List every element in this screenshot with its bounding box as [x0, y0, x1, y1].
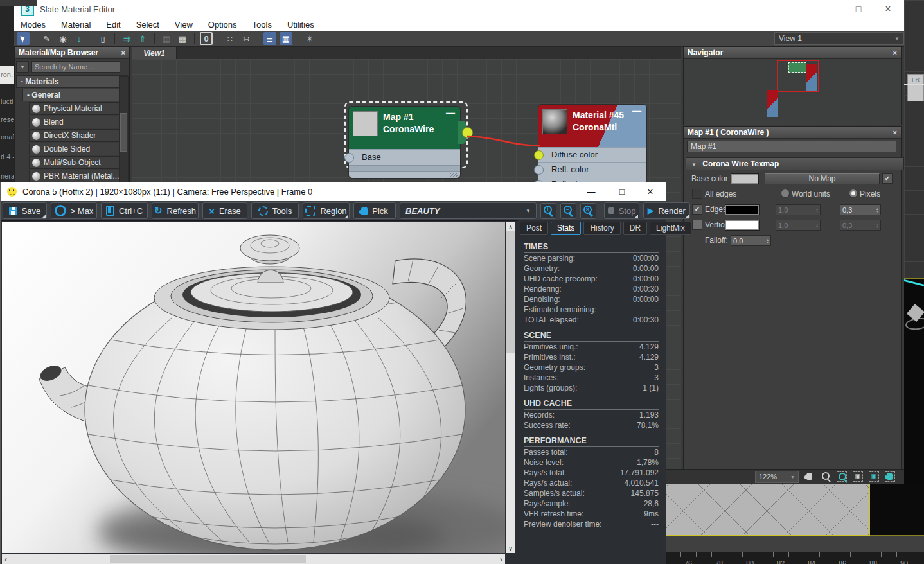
outgoing-connections-button[interactable]: ∺ [240, 32, 253, 45]
minimize-button[interactable]: — [813, 0, 842, 18]
material-slot-refl-color[interactable]: Refl. color [538, 162, 646, 177]
view-selector-dropdown[interactable]: View 1 ▼ [774, 32, 904, 45]
list-item[interactable]: DirectX Shader [29, 129, 128, 142]
navigator-minimap[interactable] [684, 59, 901, 123]
menu-view[interactable]: View [175, 20, 193, 30]
list-item[interactable]: PBR Material (Metal... [29, 170, 128, 182]
edges-checkbox[interactable]: ✔ [692, 204, 702, 215]
pixels-radio[interactable] [849, 189, 858, 198]
browser-header[interactable]: Material/Map Browser × [15, 47, 129, 59]
scrollbar-thumb[interactable] [506, 231, 515, 353]
copy-button[interactable]: Ctrl+C [101, 202, 148, 219]
scroll-down-arrow[interactable]: ∨ [508, 545, 513, 552]
list-item[interactable]: Multi/Sub-Object [29, 156, 128, 169]
vertices-color-swatch[interactable] [725, 220, 760, 231]
menu-material[interactable]: Material [61, 20, 91, 30]
tools-button[interactable]: Tools [251, 202, 299, 219]
move-children-button[interactable]: ⇉ [120, 32, 133, 45]
material-slot-diffuse[interactable]: Diffuse color [538, 147, 646, 162]
group-general[interactable]: - General [22, 89, 128, 101]
zoom-tool-button[interactable] [821, 471, 831, 482]
assign-material-button[interactable]: ◉ [57, 32, 69, 45]
show-shaded-material-button[interactable]: ▦ [160, 32, 173, 45]
scroll-left-arrow[interactable]: ‹ [4, 555, 7, 564]
save-button[interactable]: Save [3, 202, 47, 219]
stop-button[interactable]: Stop [604, 202, 639, 219]
render-image[interactable] [2, 222, 505, 553]
world-units-radio[interactable] [781, 189, 790, 198]
tab-dr[interactable]: DR [623, 222, 647, 235]
horizontal-scrollbar[interactable]: ‹ › [2, 554, 505, 564]
search-input[interactable] [31, 61, 120, 73]
render-button[interactable]: ▶Render [643, 202, 690, 219]
zoom-in-button[interactable]: + [540, 203, 556, 219]
scroll-right-arrow[interactable]: › [500, 555, 502, 564]
perspective-grid-viewport[interactable] [665, 482, 870, 536]
zoom-out-button[interactable]: − [560, 203, 576, 219]
scrollbar-thumb[interactable] [120, 113, 127, 152]
material-parameter-editor-button[interactable]: ≣ [263, 32, 276, 45]
base-color-swatch[interactable] [731, 173, 759, 184]
close-icon[interactable]: × [121, 47, 125, 58]
base-map-enable-checkbox[interactable]: ✔ [882, 173, 893, 184]
delete-button[interactable]: ▯ [96, 32, 109, 45]
edges-color-swatch[interactable] [725, 204, 760, 215]
menu-tools[interactable]: Tools [253, 20, 272, 30]
menu-utilities[interactable]: Utilities [287, 20, 314, 30]
minimize-button[interactable]: — [576, 182, 607, 201]
render-map-button[interactable]: ✳ [303, 32, 316, 45]
tab-post[interactable]: Post [520, 222, 548, 235]
zoom-extents-button[interactable]: ▣ [853, 471, 863, 482]
vertices-pixels-spinner[interactable]: 0,3 ▴▾ [840, 220, 881, 231]
resize-grip[interactable] [449, 173, 458, 177]
tab-history[interactable]: History [583, 222, 620, 235]
input-socket[interactable] [534, 165, 544, 175]
map-node-slot-base[interactable]: Base [349, 149, 460, 165]
pick-from-object-button[interactable]: ↓ [73, 32, 85, 45]
refresh-button[interactable]: ↻Refresh [152, 202, 199, 219]
pick-material-button[interactable]: ✎ [40, 32, 53, 45]
material-node-header[interactable]: Material #45 CoronaMtl — [538, 105, 646, 147]
zoom-level-dropdown[interactable]: 122% ▼ [755, 471, 799, 483]
send-to-max-button[interactable]: > Max [51, 202, 97, 219]
group-materials[interactable]: - Materials [16, 75, 128, 88]
pick-button[interactable]: Pick [353, 202, 396, 219]
preview-window-button[interactable]: ▦ [280, 32, 292, 45]
collapse-icon[interactable]: — [446, 108, 455, 118]
material-node[interactable]: Material #45 CoronaMtl — Diffuse color R… [538, 105, 646, 191]
map-panel-header[interactable]: Map #1 ( CoronaWire ) × [684, 127, 901, 139]
input-socket-connected[interactable] [534, 150, 544, 160]
input-socket[interactable] [344, 153, 354, 163]
vertices-checkbox[interactable] [692, 220, 702, 230]
zero-maps-button[interactable]: 0 [200, 32, 213, 45]
tab-lightmix[interactable]: LightMix [650, 222, 691, 235]
scroll-up-arrow[interactable]: ∧ [508, 224, 513, 231]
no-map-button[interactable]: No Map [765, 173, 880, 184]
zoom-region-button[interactable] [837, 471, 847, 482]
maximize-button[interactable]: □ [844, 0, 873, 18]
pan-to-selected-button[interactable] [885, 471, 895, 482]
region-button[interactable]: Region [303, 202, 350, 219]
incoming-connections-button[interactable]: ∷ [224, 32, 236, 45]
render-pass-dropdown[interactable]: BEAUTY ▼ [400, 202, 537, 219]
zoom-reset-button[interactable]: × [580, 203, 596, 219]
close-icon[interactable]: × [893, 127, 897, 138]
select-tool-button[interactable] [17, 32, 30, 45]
map-node-header[interactable]: Map #1 CoronaWire — [349, 107, 460, 149]
slate-title-bar[interactable]: 3 Slate Material Editor — □ × [14, 0, 904, 18]
erase-button[interactable]: ×Erase [202, 202, 247, 219]
menu-modes[interactable]: Modes [21, 20, 46, 30]
maximize-button[interactable]: □ [607, 182, 637, 201]
collapse-icon[interactable]: — [632, 106, 641, 116]
close-button[interactable]: × [873, 0, 903, 18]
output-socket[interactable] [462, 127, 473, 138]
map-name-field[interactable] [687, 141, 896, 152]
tab-view1[interactable]: View1 [132, 46, 177, 60]
list-item[interactable]: Physical Material [29, 102, 128, 115]
camera-viewport[interactable] [870, 482, 924, 536]
vertices-world-spinner[interactable]: 1,0 ▴▾ [776, 220, 821, 231]
close-button[interactable]: × [635, 182, 666, 201]
show-background-button[interactable]: ▩ [176, 32, 189, 45]
tab-stats[interactable]: Stats [551, 222, 581, 235]
scrollbar-thumb[interactable] [110, 555, 306, 563]
